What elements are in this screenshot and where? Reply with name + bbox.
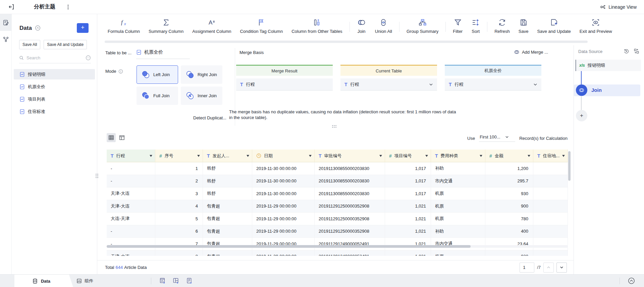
toolbar-exit-and-preview-button[interactable]: Exit and Preview <box>575 17 616 34</box>
toolbar-save-button[interactable]: Save <box>514 17 533 34</box>
merge-field-selector[interactable]: T行程 <box>340 78 437 91</box>
collapse-sidebar-icon[interactable] <box>8 4 14 10</box>
column-header[interactable]: T行程 <box>107 150 155 162</box>
column-filter-caret-icon[interactable] <box>562 155 565 157</box>
more-menu-icon[interactable] <box>65 4 71 10</box>
toolbar-join-button[interactable]: Join <box>353 17 371 34</box>
save-all-update-button[interactable]: Save All and Update <box>44 40 87 49</box>
reupload-icon[interactable] <box>624 48 629 54</box>
join-mode-right-button[interactable]: Right Join <box>181 65 222 84</box>
previous-page-button[interactable] <box>543 263 554 273</box>
toolbar-group-summary-button[interactable]: Group Summary <box>402 17 443 34</box>
collapse-panel-icon[interactable] <box>35 25 41 31</box>
toolbar-condition-tag-column-button[interactable]: Condition Tag Column <box>235 17 287 34</box>
join-step-node[interactable]: Join <box>574 84 640 96</box>
text-type-icon: T <box>319 153 322 159</box>
toolbar-save-and-update-button[interactable]: Save and Update <box>533 17 575 34</box>
column-filter-caret-icon[interactable] <box>247 155 249 157</box>
table-cell: 2019-11-29 00:00:00 <box>252 200 315 213</box>
panel-resize-handle[interactable] <box>96 174 98 178</box>
table-cell: 1,021 <box>385 250 431 256</box>
column-filter-caret-icon[interactable] <box>197 155 200 157</box>
join-config-panel: Table to be ... 机票全价 Mode Left JoinRight… <box>97 45 574 129</box>
column-header[interactable]: #序号 <box>155 150 203 162</box>
table-body: -1韩舒2019-11-30 00:00:0020191130085500020… <box>107 162 568 256</box>
column-filter-caret-icon[interactable] <box>150 155 152 157</box>
section-resize-handle[interactable] <box>332 125 336 128</box>
tab-data[interactable]: Data <box>14 275 68 287</box>
search-input[interactable] <box>26 55 86 60</box>
column-filter-caret-icon[interactable] <box>425 155 428 157</box>
merge-basis-card: 机票全价 T行程 <box>445 65 541 91</box>
chevron-down-icon[interactable] <box>533 82 537 87</box>
add-merge-button[interactable]: Add Merge ... <box>514 49 548 55</box>
column-view-toggle[interactable] <box>117 133 126 142</box>
toolbar-assignment-column-button[interactable]: AAssignment Column <box>188 17 235 34</box>
lineage-view-button[interactable]: Lineage View <box>600 4 637 10</box>
rail-relation-icon[interactable] <box>0 31 12 48</box>
column-header[interactable]: #金额 <box>485 150 533 162</box>
toolbar-formula-column-button[interactable]: fxFormula Column <box>103 17 144 34</box>
source-table-node[interactable]: xls 报销明细 <box>575 60 641 71</box>
switch-layout-icon[interactable] <box>634 48 639 54</box>
toolbar-union-all-button[interactable]: Union All <box>371 17 396 34</box>
table-cell: 1,021 <box>385 200 431 213</box>
join-mode-full-button[interactable]: Full Join <box>137 87 178 105</box>
tab-component[interactable]: 组件 <box>76 275 93 287</box>
toolbar-filter-button[interactable]: Filter <box>448 17 467 34</box>
column-header[interactable]: T住宿地... <box>533 150 568 162</box>
column-filter-caret-icon[interactable] <box>480 155 482 157</box>
toolbar-sort-button[interactable]: Sort <box>467 17 484 34</box>
ellipsis-circle-icon[interactable] <box>86 55 91 61</box>
column-filter-caret-icon[interactable] <box>379 155 382 157</box>
table-vertical-scrollbar[interactable] <box>568 151 571 181</box>
table-list-item[interactable]: 报销明细 <box>14 69 95 79</box>
toolbar-summary-column-button[interactable]: Summary Column <box>144 17 188 34</box>
merge-basis-card: Current Table T行程 <box>340 65 437 91</box>
total-count[interactable]: 644 <box>115 265 123 270</box>
toolbar-column-from-other-tables-button[interactable]: Column from Other Tables <box>287 17 347 34</box>
rail-data-edit-icon[interactable] <box>0 14 12 31</box>
column-header[interactable]: T费用种类 <box>431 150 485 162</box>
page-title: 分析主题 <box>34 3 55 10</box>
save-all-button[interactable]: Save All <box>19 40 40 49</box>
merge-field-selector[interactable]: T行程 <box>445 78 541 91</box>
table-list-item[interactable]: 项目列表 <box>14 94 95 104</box>
join-mode-left-button[interactable]: Left Join <box>137 65 178 84</box>
page-number-input[interactable] <box>520 263 534 273</box>
add-step-button[interactable]: + <box>576 110 587 121</box>
table-cell: 包青超 <box>203 250 252 256</box>
collapse-bottom-icon[interactable] <box>628 277 635 285</box>
join-mode-inner-button[interactable]: Inner Join <box>181 87 222 105</box>
target-table-chip[interactable]: 机票全价 <box>136 49 190 59</box>
table-list-item[interactable]: 机票全价 <box>14 81 95 92</box>
merge-basis-title: Merge Basis <box>239 50 264 55</box>
toolbar-refresh-button[interactable]: Refresh <box>490 17 514 34</box>
detect-duplicate-label[interactable]: Detect Duplicat... <box>193 115 226 120</box>
add-chart-icon[interactable] <box>159 277 166 284</box>
table-cell: 900 <box>485 200 533 213</box>
use-suffix-label: Record(s) for Calculation <box>519 136 568 141</box>
column-header[interactable]: 日期 <box>252 150 315 162</box>
data-preview-section: Use First 100... Record(s) for Calculati… <box>97 129 574 260</box>
table-cell: 包青超 <box>203 225 252 238</box>
sort-icon <box>471 17 480 28</box>
column-header[interactable]: T发起人... <box>203 150 252 162</box>
column-filter-caret-icon[interactable] <box>309 155 312 157</box>
table-horizontal-scrollbar[interactable] <box>107 245 568 248</box>
toolbar-scrollbar[interactable] <box>105 41 588 43</box>
grid-view-toggle[interactable] <box>107 133 116 142</box>
record-limit-dropdown[interactable]: First 100... <box>479 134 515 142</box>
column-header[interactable]: #项目编号 <box>385 150 431 162</box>
add-report-icon[interactable] <box>186 277 193 284</box>
add-dashboard-icon[interactable] <box>172 277 179 284</box>
chevron-down-icon[interactable] <box>429 82 433 87</box>
column-header[interactable]: T审批编号 <box>315 150 385 162</box>
next-page-button[interactable] <box>556 263 567 273</box>
search-box[interactable] <box>19 55 91 63</box>
add-table-button[interactable]: + <box>77 23 89 33</box>
toolbar-label: Filter <box>453 29 463 34</box>
column-filter-caret-icon[interactable] <box>528 155 530 157</box>
table-header-row: T行程#序号T发起人...日期T审批编号#项目编号T费用种类#金额T住宿地... <box>107 150 568 162</box>
table-list-item[interactable]: 住宿标准 <box>14 106 95 117</box>
